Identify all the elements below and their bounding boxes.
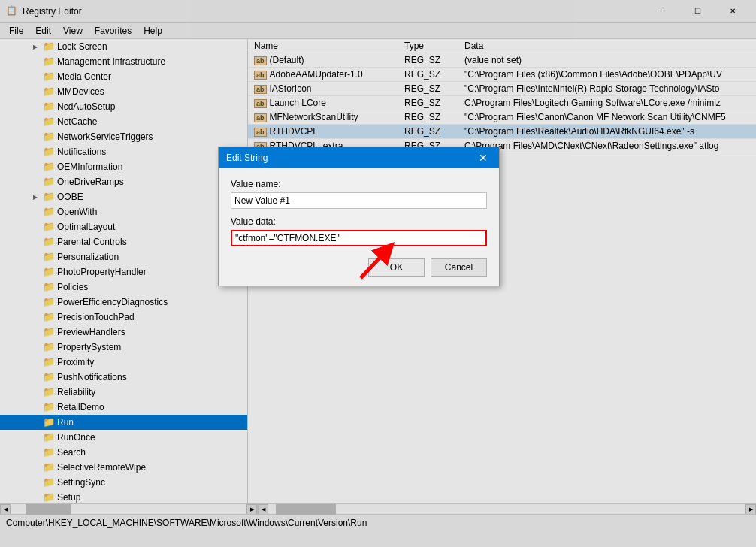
edit-string-dialog: Edit String ✕ Value name: Value data: OK… [218,147,500,286]
dialog-title: Edit String [226,153,475,163]
value-data-input[interactable] [231,230,487,246]
value-name-input[interactable] [231,192,487,209]
dialog-buttons: OK Cancel [231,258,487,277]
cancel-button[interactable]: Cancel [431,258,487,277]
dialog-title-bar: Edit String ✕ [219,147,499,168]
ok-button[interactable]: OK [368,258,425,277]
dialog-body: Value name: Value data: OK Cancel [219,168,499,286]
dialog-close-button[interactable]: ✕ [475,150,491,166]
dialog-overlay: Edit String ✕ Value name: Value data: OK… [0,0,756,547]
value-name-label: Value name: [231,179,487,189]
value-data-label: Value data: [231,216,487,227]
